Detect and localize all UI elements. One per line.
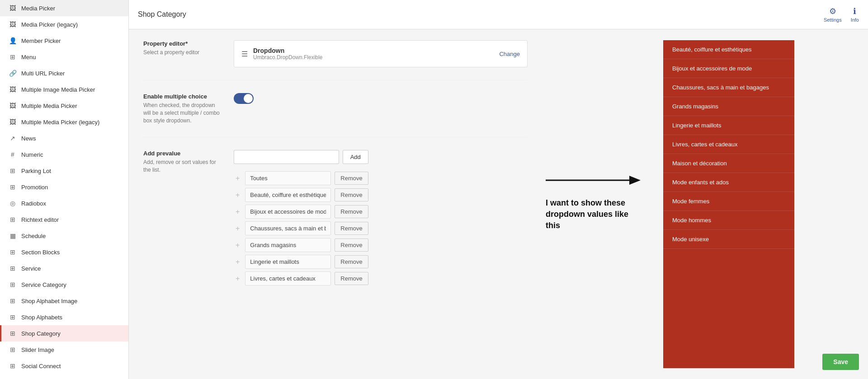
- property-editor-info: ☰ Dropdown Umbraco.DropDown.Flexible: [241, 47, 322, 61]
- dropdown-preview-item[interactable]: Bijoux et accessoires de mode: [663, 59, 794, 78]
- sidebar-item-slider-image[interactable]: ⊞Slider Image: [0, 342, 128, 358]
- drag-handle[interactable]: +: [234, 208, 241, 216]
- sidebar-item-member-picker[interactable]: 👤Member Picker: [0, 33, 128, 49]
- dropdown-icon: ☰: [241, 50, 248, 58]
- prevalue-input-1[interactable]: [245, 188, 331, 202]
- prevalue-input-5[interactable]: [245, 255, 331, 269]
- icon-multiple-media-picker: 🖼: [9, 102, 17, 110]
- pe-sub: Umbraco.DropDown.Flexible: [253, 54, 322, 61]
- sidebar-item-shop-alphabets[interactable]: ⊞Shop Alphabets: [0, 309, 128, 325]
- sidebar-item-schedule[interactable]: ▦Schedule: [0, 228, 128, 244]
- dropdown-preview-item[interactable]: Beauté, coiffure et esthétiques: [663, 40, 794, 59]
- remove-button-5[interactable]: Remove: [335, 255, 368, 268]
- icon-news: ↗: [9, 134, 17, 142]
- dropdown-preview-item[interactable]: Mode enfants et ados: [663, 173, 794, 192]
- label-multiple-media-picker: Multiple Media Picker: [21, 103, 77, 109]
- prevalue-input-3[interactable]: [245, 221, 331, 235]
- annotation-area: I want to show these dropdown values lik…: [546, 40, 645, 368]
- sidebar-item-shop-category[interactable]: ⊞Shop Category: [0, 325, 128, 342]
- icon-numeric: #: [9, 150, 17, 159]
- label-parking-lot: Parking Lot: [21, 168, 51, 174]
- sidebar-item-news[interactable]: ↗News: [0, 130, 128, 146]
- icon-schedule: ▦: [9, 232, 17, 240]
- remove-button-0[interactable]: Remove: [335, 172, 368, 185]
- sidebar-item-multi-url-picker[interactable]: 🔗Multi URL Picker: [0, 65, 128, 81]
- icon-multiple-image-media-picker: 🖼: [9, 85, 17, 94]
- dropdown-preview-item[interactable]: Lingerie et maillots: [663, 116, 794, 135]
- remove-button-4[interactable]: Remove: [335, 239, 368, 252]
- dropdown-preview-item[interactable]: Mode hommes: [663, 211, 794, 230]
- icon-radiobox: ◎: [9, 199, 17, 207]
- sidebar-item-promotion[interactable]: ⊞Promotion: [0, 179, 128, 195]
- sidebar-item-richtext-editor[interactable]: ⊞Richtext editor: [0, 211, 128, 228]
- sidebar-item-section-blocks[interactable]: ⊞Section Blocks: [0, 244, 128, 260]
- sidebar-item-shop-alphabet-image[interactable]: ⊞Shop Alphabet Image: [0, 293, 128, 309]
- remove-button-1[interactable]: Remove: [335, 188, 368, 201]
- enable-multiple-title: Enable multiple choice: [143, 93, 223, 100]
- label-shop-alphabet-image: Shop Alphabet Image: [21, 298, 77, 304]
- drag-handle[interactable]: +: [234, 258, 241, 266]
- add-prevalue-button[interactable]: Add: [343, 150, 368, 164]
- prevalue-item: +Remove: [234, 221, 368, 235]
- icon-promotion: ⊞: [9, 183, 17, 191]
- remove-button-6[interactable]: Remove: [335, 272, 368, 285]
- sidebar: 🖼Media Picker🖼Media Picker (legacy)👤Memb…: [0, 0, 129, 379]
- remove-button-3[interactable]: Remove: [335, 222, 368, 235]
- prevalue-item: +Remove: [234, 255, 368, 269]
- prevalue-input-6[interactable]: [245, 271, 331, 285]
- svg-marker-1: [629, 176, 641, 185]
- pe-name: Dropdown: [253, 47, 322, 54]
- remove-button-2[interactable]: Remove: [335, 205, 368, 218]
- settings-action[interactable]: ⚙ Settings: [824, 6, 842, 23]
- sidebar-item-service[interactable]: ⊞Service: [0, 260, 128, 276]
- sidebar-item-social-connect[interactable]: ⊞Social Connect: [0, 358, 128, 374]
- label-slider-image: Slider Image: [21, 346, 54, 353]
- dropdown-preview-item[interactable]: Maison et décoration: [663, 154, 794, 173]
- save-button[interactable]: Save: [822, 354, 859, 370]
- prevalue-input-2[interactable]: [245, 205, 331, 219]
- change-button[interactable]: Change: [499, 51, 520, 57]
- dropdown-preview-item[interactable]: Livres, cartes et cadeaux: [663, 135, 794, 154]
- icon-parking-lot: ⊞: [9, 167, 17, 175]
- dropdown-preview-item[interactable]: Mode unisexe: [663, 230, 794, 249]
- sidebar-item-service-category[interactable]: ⊞Service Category: [0, 276, 128, 293]
- label-richtext-editor: Richtext editor: [21, 216, 59, 223]
- dropdown-preview-item[interactable]: Mode femmes: [663, 192, 794, 211]
- sidebar-item-media-picker-legacy[interactable]: 🖼Media Picker (legacy): [0, 16, 128, 33]
- prevalue-list: +Remove+Remove+Remove+Remove+Remove+Remo…: [234, 171, 368, 285]
- drag-handle[interactable]: +: [234, 191, 241, 199]
- sidebar-item-radiobox[interactable]: ◎Radiobox: [0, 195, 128, 211]
- icon-menu: ⊞: [9, 53, 17, 61]
- sidebar-item-parking-lot[interactable]: ⊞Parking Lot: [0, 163, 128, 179]
- label-social-connect: Social Connect: [21, 363, 61, 370]
- label-multi-url-picker: Multi URL Picker: [21, 70, 65, 77]
- sidebar-item-numeric[interactable]: #Numeric: [0, 146, 128, 163]
- drag-handle[interactable]: +: [234, 174, 241, 182]
- enable-multiple-content: [234, 93, 528, 104]
- dropdown-preview-item[interactable]: Chaussures, sacs à main et bagages: [663, 78, 794, 97]
- sidebar-item-media-picker[interactable]: 🖼Media Picker: [0, 0, 128, 16]
- label-media-picker: Media Picker: [21, 5, 55, 12]
- dropdown-preview-panel: Beauté, coiffure et esthétiquesBijoux et…: [663, 40, 794, 368]
- label-section-blocks: Section Blocks: [21, 249, 60, 256]
- enable-multiple-row: Enable multiple choice When checked, the…: [143, 93, 528, 137]
- arrow-graphic: [546, 167, 645, 194]
- enable-multiple-toggle[interactable]: [234, 93, 254, 104]
- sidebar-item-multiple-media-picker-legacy[interactable]: 🖼Multiple Media Picker (legacy): [0, 114, 128, 130]
- add-prevalue-input[interactable]: [234, 150, 339, 164]
- drag-handle[interactable]: +: [234, 225, 241, 233]
- drag-handle[interactable]: +: [234, 275, 241, 283]
- sidebar-item-menu[interactable]: ⊞Menu: [0, 49, 128, 65]
- info-action[interactable]: ℹ Info: [851, 6, 859, 23]
- prevalue-item: +Remove: [234, 171, 368, 185]
- main-content: Shop Category ⚙ Settings ℹ Info Property…: [129, 0, 868, 379]
- prevalue-input-4[interactable]: [245, 238, 331, 252]
- prevalue-input-0[interactable]: [245, 171, 331, 185]
- label-service-category: Service Category: [21, 281, 66, 288]
- toggle-wrapper: [234, 93, 528, 104]
- sidebar-item-multiple-image-media-picker[interactable]: 🖼Multiple Image Media Picker: [0, 81, 128, 98]
- dropdown-preview-item[interactable]: Grands magasins: [663, 97, 794, 116]
- drag-handle[interactable]: +: [234, 241, 241, 249]
- sidebar-item-multiple-media-picker[interactable]: 🖼Multiple Media Picker: [0, 98, 128, 114]
- property-editor-row: Property editor* Select a property edito…: [143, 40, 528, 80]
